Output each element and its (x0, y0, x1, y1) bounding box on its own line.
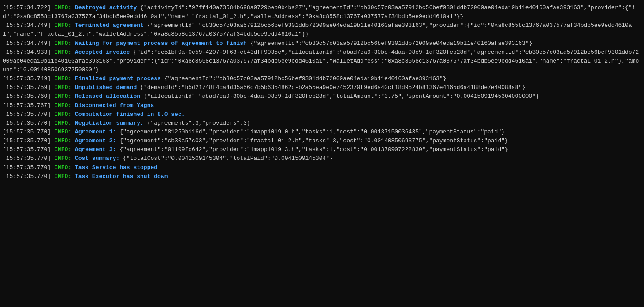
log-container: [15:57:34.722] INFO: Destroyed activity … (0, 3, 644, 182)
log-timestamp: [15:57:35.770] (3, 155, 54, 162)
log-timestamp: [15:57:35.760] (3, 93, 54, 100)
log-line: [15:57:34.933] INFO: Accepted invoice {"… (3, 48, 641, 74)
log-message-rest: {"totalCost":"0.0041509145304","totalPai… (119, 155, 333, 162)
log-level: INFO: (54, 4, 75, 11)
log-line: [15:57:35.759] INFO: Unpublished demand … (3, 83, 641, 92)
log-message-highlight: Unpublished demand (75, 84, 137, 91)
log-line: [15:57:35.770] INFO: Agreement 1: {"agre… (3, 128, 641, 137)
log-level: INFO: (54, 146, 75, 153)
log-line: [15:57:34.749] INFO: Waiting for payment… (3, 39, 641, 48)
log-level: INFO: (54, 164, 75, 171)
log-message-highlight: Task Executor has shut down (75, 173, 168, 180)
log-timestamp: [15:57:35.770] (3, 129, 54, 135)
log-level: INFO: (54, 111, 75, 118)
log-line: [15:57:35.770] INFO: Task Service has st… (3, 163, 641, 172)
log-message-highlight: Agreement 2: (75, 137, 116, 144)
log-line: [15:57:34.749] INFO: Terminated agreemen… (3, 21, 641, 39)
log-message-rest: {"agreement":"cb30c57c03","provider":"fr… (116, 137, 508, 144)
log-message-highlight: Finalized payment process (75, 75, 161, 82)
log-level: INFO: (54, 22, 75, 29)
log-timestamp: [15:57:35.759] (3, 84, 54, 91)
log-line: [15:57:35.770] INFO: Agreement 2: {"agre… (3, 137, 641, 145)
log-timestamp: [15:57:35.767] (3, 102, 54, 109)
log-level: INFO: (54, 40, 75, 47)
log-timestamp: [15:57:35.770] (3, 111, 54, 118)
log-timestamp: [15:57:35.749] (3, 75, 54, 82)
log-timestamp: [15:57:35.770] (3, 173, 54, 180)
log-timestamp: [15:57:34.749] (3, 40, 54, 47)
log-line: [15:57:35.770] INFO: Cost summary: {"tot… (3, 154, 641, 163)
log-timestamp: [15:57:34.933] (3, 49, 54, 55)
log-level: INFO: (54, 102, 75, 109)
log-message-highlight: Accepted invoice (75, 49, 130, 55)
log-timestamp: [15:57:34.722] (3, 4, 54, 11)
log-level: INFO: (54, 155, 75, 162)
log-message-rest: {"agreement":"01109fc642","provider":"im… (116, 146, 508, 153)
log-timestamp: [15:57:35.770] (3, 146, 54, 153)
log-message-rest: {"agreementId":"cb30c57c03aa57912bc56bef… (161, 75, 447, 82)
log-line: [15:57:35.770] INFO: Agreement 3: {"agre… (3, 145, 641, 154)
log-message-highlight: Disconnected from Yagna (75, 102, 154, 109)
log-message-highlight: Terminated agreement (75, 22, 144, 29)
log-timestamp: [15:57:35.770] (3, 137, 54, 144)
log-message-rest: {"agreement":"81250b116d","provider":"im… (116, 129, 505, 135)
log-level: INFO: (54, 137, 75, 144)
log-message-highlight: Negotiation summary: (75, 120, 144, 126)
log-line: [15:57:35.749] INFO: Finalized payment p… (3, 74, 641, 83)
log-message-rest: {"demandId":"b5d21748f4ca4d35a56c7b5b635… (137, 84, 525, 91)
log-level: INFO: (54, 173, 75, 180)
log-message-highlight: Agreement 1: (75, 129, 116, 135)
log-message-highlight: Task Service has stopped (75, 164, 157, 171)
log-line: [15:57:35.770] INFO: Task Executor has s… (3, 172, 641, 181)
log-message-highlight: Cost summary: (75, 155, 119, 162)
log-message-rest: {"agreements":3,"providers":3} (144, 120, 250, 126)
log-line: [15:57:35.770] INFO: Negotiation summary… (3, 119, 641, 128)
log-line: [15:57:34.722] INFO: Destroyed activity … (3, 4, 641, 21)
log-level: INFO: (54, 49, 75, 55)
log-timestamp: [15:57:34.749] (3, 22, 54, 29)
log-level: INFO: (54, 75, 75, 82)
log-level: INFO: (54, 120, 75, 126)
log-line: [15:57:35.770] INFO: Computation finishe… (3, 110, 641, 119)
log-message-rest: {"agreementId":"cb30c57c03aa57912bc56bef… (247, 40, 532, 47)
log-line: [15:57:35.760] INFO: Released allocation… (3, 92, 641, 101)
log-timestamp: [15:57:35.770] (3, 164, 54, 171)
log-level: INFO: (54, 84, 75, 91)
log-message-highlight: Computation finished in 8.0 sec. (75, 111, 185, 118)
log-level: INFO: (54, 129, 75, 135)
log-line: [15:57:35.767] INFO: Disconnected from Y… (3, 101, 641, 110)
log-message-highlight: Destroyed activity (75, 4, 137, 11)
log-message-highlight: Released allocation (75, 93, 140, 100)
log-message-rest: {"allocationId":"abad7ca9-30bc-4daa-98e9… (140, 93, 539, 100)
log-timestamp: [15:57:35.770] (3, 120, 54, 126)
log-level: INFO: (54, 93, 75, 100)
log-message-highlight: Waiting for payment process of agreement… (75, 40, 247, 47)
log-message-highlight: Agreement 3: (75, 146, 116, 153)
